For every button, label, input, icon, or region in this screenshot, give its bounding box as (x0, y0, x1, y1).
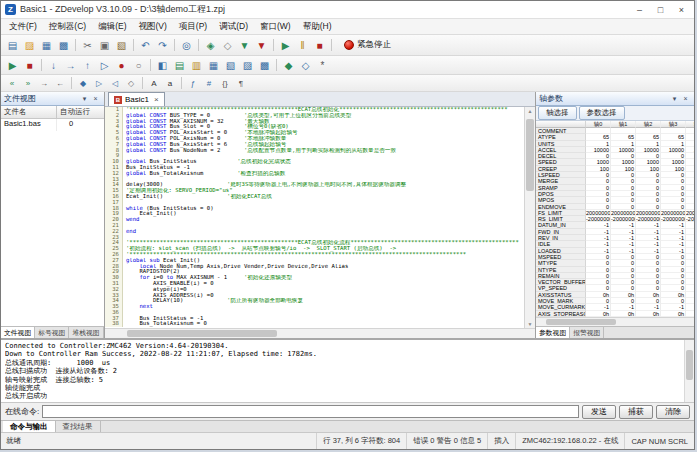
redo-icon[interactable]: ↷ (154, 37, 171, 53)
step-over-icon[interactable]: → (62, 57, 79, 73)
run-to-cursor-icon[interactable]: ▷ (96, 57, 113, 73)
axis-param-value[interactable]: 0h (611, 311, 636, 317)
axis-panel-menu-icon[interactable]: ▾ (669, 95, 680, 103)
file-view-tab-3[interactable]: 堆栈视图 (69, 327, 103, 338)
code-line[interactable]: 38 Bus_TotalAxisnum = 0 (105, 321, 524, 327)
file-view-tab-2[interactable]: 标号视图 (35, 327, 69, 338)
save-all-icon[interactable]: ▩ (55, 37, 72, 53)
stop-icon[interactable]: ■ (311, 37, 328, 53)
parameter-select-button[interactable]: 参数选择 (579, 106, 625, 120)
cut-icon[interactable]: ✂ (79, 37, 96, 53)
output-dock-tab-1[interactable]: 命令与输出 (3, 421, 56, 432)
axis-param-value[interactable]: 0h (636, 311, 661, 317)
file-panel-close-icon[interactable]: × (90, 95, 101, 102)
undo-icon[interactable]: ↶ (137, 37, 154, 53)
minimize-button[interactable]: – (629, 2, 650, 18)
output-monitor-icon[interactable]: ▥ (188, 57, 205, 73)
comment-block-icon[interactable]: « (4, 76, 20, 90)
axis-panel-close-icon[interactable]: × (680, 95, 691, 102)
menu-item-8[interactable]: 帮助(H) (297, 19, 338, 35)
axis-column-header-2[interactable]: 轴2 (636, 121, 661, 128)
close-button[interactable]: × (671, 2, 692, 18)
oscilloscope-icon[interactable]: ◧ (154, 57, 171, 73)
file-row[interactable]: Basic1.bas0 (1, 119, 104, 131)
goto-line-icon[interactable]: # (201, 76, 217, 90)
scroll-down-icon[interactable]: ▼ (525, 321, 535, 327)
axis-param-row[interactable]: AXIS_STOPREASON0h0h0h0h0h (536, 311, 694, 317)
editor-horizontal-scrollbar[interactable] (105, 328, 535, 338)
axis-monitor-icon[interactable]: ▦ (205, 57, 222, 73)
disconnect-controller-icon[interactable]: ◇ (219, 37, 236, 53)
input-monitor-icon[interactable]: ▤ (171, 57, 188, 73)
match-brace-icon[interactable]: {} (217, 76, 233, 90)
axis-column-header-4[interactable]: 轴4 (686, 121, 694, 128)
paste-icon[interactable]: ▧ (113, 37, 130, 53)
axis-param-value[interactable]: 0h (661, 311, 686, 317)
editor-tab-close-icon[interactable]: × (154, 95, 159, 104)
menu-item-3[interactable]: 编辑(E) (92, 19, 132, 35)
uncomment-block-icon[interactable]: » (20, 76, 36, 90)
new-file-icon[interactable]: ▤ (4, 37, 21, 53)
axis-view-tab-1[interactable]: 参数视图 (536, 327, 570, 338)
outdent-icon[interactable]: ← (52, 76, 68, 90)
system-settings-icon[interactable]: * (314, 57, 331, 73)
lowercase-icon[interactable]: a (162, 76, 178, 90)
output-vertical-scrollbar[interactable] (684, 340, 694, 402)
save-icon[interactable]: ▦ (38, 37, 55, 53)
axis-param-value[interactable]: 0h (686, 311, 694, 317)
axis-param-value[interactable]: 0h (586, 311, 611, 317)
axis-select-button[interactable]: 轴选择 (538, 106, 577, 120)
axis-view-tab-2[interactable]: 报警视图 (570, 327, 604, 338)
run-icon[interactable]: ▶ (277, 37, 294, 53)
axis-grid-hscroll-thumb[interactable] (546, 319, 616, 325)
axis-column-header-0[interactable]: 轴0 (586, 121, 611, 128)
send-button[interactable]: 发送 (582, 405, 616, 419)
menu-item-1[interactable]: 文件(F) (3, 19, 43, 35)
emergency-stop-button[interactable]: 紧急停止 (339, 37, 396, 53)
task-monitor-icon[interactable]: ▧ (222, 57, 239, 73)
copy-icon[interactable]: ▣ (96, 37, 113, 53)
stop-debug-icon[interactable]: ■ (21, 57, 38, 73)
word-wrap-icon[interactable]: ¶ (233, 76, 249, 90)
find-icon[interactable]: ◎ (178, 37, 195, 53)
indent-icon[interactable]: → (36, 76, 52, 90)
capture-button[interactable]: 捕获 (619, 405, 653, 419)
download-ram-icon[interactable]: ▼ (236, 37, 253, 53)
clear-button[interactable]: 清除 (656, 405, 690, 419)
axis-column-header-1[interactable]: 轴1 (611, 121, 636, 128)
output-dock-tab-2[interactable]: 查找结果 (56, 421, 101, 432)
toggle-breakpoint-icon[interactable]: ● (113, 57, 130, 73)
register-monitor-icon[interactable]: ▨ (239, 57, 256, 73)
bus-state-icon[interactable]: ◆ (280, 57, 297, 73)
axis-column-header-3[interactable]: 轴3 (661, 121, 686, 128)
menu-item-4[interactable]: 视图(V) (133, 19, 173, 35)
file-panel-menu-icon[interactable]: ▾ (79, 95, 90, 103)
editor-hscroll-thumb[interactable] (127, 330, 277, 337)
clear-breakpoints-icon[interactable]: ○ (130, 57, 147, 73)
file-name-column-header[interactable]: 文件名 (1, 106, 57, 118)
goto-definition-icon[interactable]: ƒ (185, 76, 201, 90)
file-view-tab-1[interactable]: 文件视图 (1, 327, 35, 338)
menu-item-7[interactable]: 窗口(W) (254, 19, 297, 35)
editor-vertical-scrollbar[interactable]: ▲ ▼ (524, 107, 535, 328)
axis-grid-hscrollbar[interactable] (536, 317, 694, 326)
start-debug-icon[interactable]: ▶ (4, 57, 21, 73)
bookmark-toggle-icon[interactable]: ◆ (75, 76, 91, 90)
editor-vscroll-thumb[interactable] (526, 119, 534, 191)
menu-item-6[interactable]: 调试(D) (213, 19, 254, 35)
bookmark-next-icon[interactable]: ▷ (91, 76, 107, 90)
open-project-icon[interactable]: ▨ (21, 37, 38, 53)
menu-item-5[interactable]: 项目(P) (173, 19, 213, 35)
scroll-up-icon[interactable]: ▲ (525, 108, 535, 114)
step-into-icon[interactable]: ↓ (45, 57, 62, 73)
controller-state-icon[interactable]: ◇ (297, 57, 314, 73)
download-rom-icon[interactable]: ▼ (253, 37, 270, 53)
step-out-icon[interactable]: ↑ (79, 57, 96, 73)
uppercase-icon[interactable]: A (146, 76, 162, 90)
online-command-input[interactable] (42, 405, 579, 418)
connect-controller-icon[interactable]: ◈ (202, 37, 219, 53)
autorun-column-header[interactable]: 自动运行 (57, 106, 104, 118)
output-area[interactable]: Connected to Controller:ZMC462 Version:4… (5, 342, 680, 401)
menu-item-2[interactable]: 控制器(C) (43, 19, 92, 35)
bookmark-prev-icon[interactable]: ◁ (107, 76, 123, 90)
